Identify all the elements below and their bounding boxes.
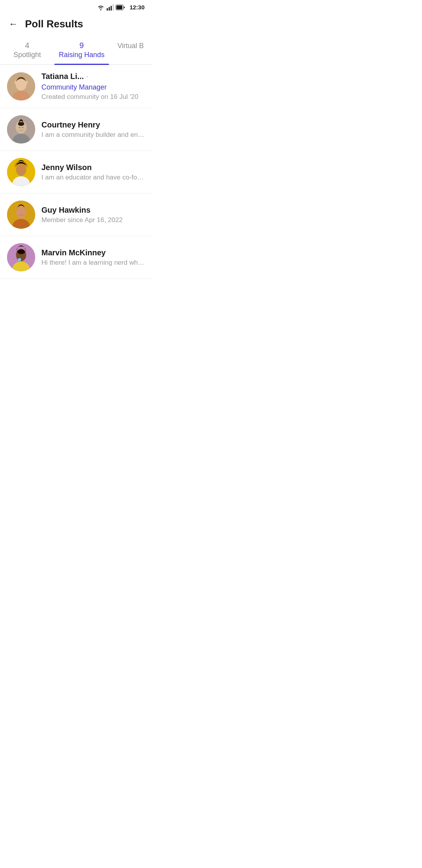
member-name-row: Guy Hawkins [41,206,145,215]
tab-spotlight-label: Spotlight [14,51,41,59]
member-name: Courtney Henry [41,120,100,129]
back-button[interactable]: ← [7,17,20,31]
member-info: Marvin McKinney Hi there! I am a learnin… [41,248,145,267]
avatar [7,158,35,186]
status-time: 12:30 [130,4,145,11]
status-icons [97,4,125,11]
member-description: Hi there! I am a learning nerd who is pa… [41,259,145,267]
header: ← Poll Results [0,13,152,37]
battery-icon [116,5,125,10]
list-item[interactable]: Marvin McKinney Hi there! I am a learnin… [0,236,152,279]
tab-spotlight[interactable]: 4 Spotlight [0,37,54,65]
page-title: Poll Results [25,18,83,30]
member-name-row: Tatiana Li... · Community Manager [41,72,145,91]
member-role: Community Manager [41,83,107,91]
svg-rect-0 [107,8,108,11]
avatar [7,115,35,143]
svg-rect-12 [16,126,26,127]
member-name-row: Marvin McKinney [41,248,145,257]
tab-virtual-b-label: Virtual B [117,42,144,50]
tab-raising-hands[interactable]: 9 Raising Hands [54,37,109,65]
member-description: Created community on 16 Jul '20 [41,93,145,101]
svg-rect-5 [116,5,122,9]
member-name: Guy Hawkins [41,206,91,215]
svg-rect-3 [113,4,114,11]
svg-point-26 [17,249,25,254]
member-list: Tatiana Li... · Community Manager Create… [0,65,152,279]
member-description: I am a community builder and entreprene.… [41,131,145,139]
member-info: Tatiana Li... · Community Manager Create… [41,72,145,101]
svg-point-14 [19,127,20,128]
list-item[interactable]: Jenny Wilson I am an educator and have c… [0,151,152,194]
tab-spotlight-count: 4 [25,41,29,50]
list-item[interactable]: Tatiana Li... · Community Manager Create… [0,65,152,108]
signal-icon [107,4,114,11]
dot-separator: · [86,72,88,81]
tab-active-underline [54,64,109,65]
tabs-container: 4 Spotlight 9 Raising Hands Virtual B [0,37,152,65]
member-name-row: Jenny Wilson [41,163,145,172]
svg-point-20 [16,206,26,219]
member-description: I am an educator and have co-founded an.… [41,174,145,181]
tab-raising-hands-label: Raising Hands [59,51,104,59]
svg-rect-2 [111,6,112,11]
member-info: Jenny Wilson I am an educator and have c… [41,163,145,181]
tab-raising-hands-count: 9 [79,41,84,50]
svg-point-17 [16,163,26,176]
status-bar: 12:30 [0,0,152,13]
svg-rect-1 [109,7,110,11]
svg-point-25 [18,258,21,261]
member-name: Jenny Wilson [41,163,92,172]
member-name: Marvin McKinney [41,248,106,257]
list-item[interactable]: Courtney Henry I am a community builder … [0,108,152,151]
list-item[interactable]: Guy Hawkins Member since Apr 16, 2022 [0,194,152,236]
member-name-row: Courtney Henry [41,120,145,129]
avatar [7,243,35,271]
wifi-icon [97,4,105,11]
avatar [7,201,35,229]
svg-point-13 [18,122,24,126]
tab-virtual-b[interactable]: Virtual B [109,37,152,65]
member-info: Guy Hawkins Member since Apr 16, 2022 [41,206,145,224]
member-name: Tatiana Li... [41,72,84,81]
member-info: Courtney Henry I am a community builder … [41,120,145,139]
svg-point-15 [22,127,23,128]
member-description: Member since Apr 16, 2022 [41,216,145,224]
avatar [7,72,35,100]
